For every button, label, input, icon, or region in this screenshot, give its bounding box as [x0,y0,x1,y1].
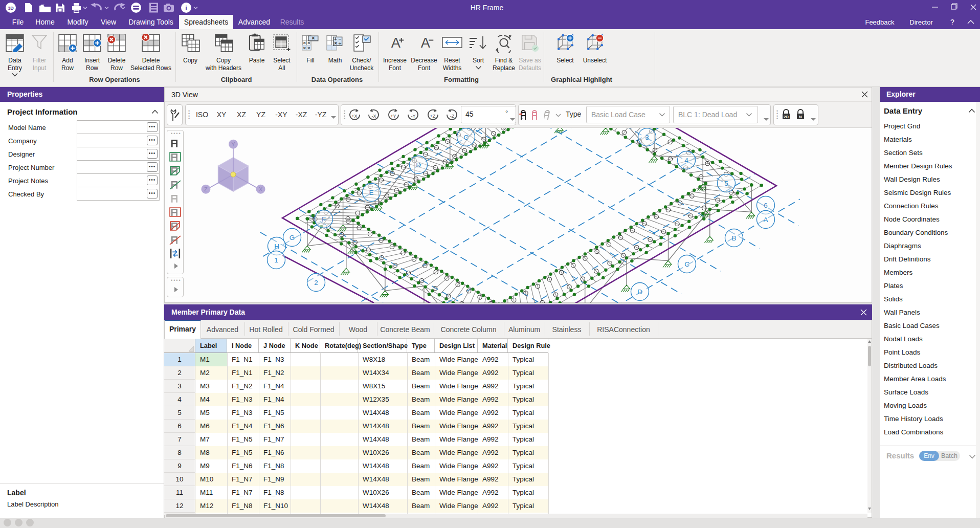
svg-text:G: G [289,234,295,241]
svg-text:C: C [684,260,689,268]
svg-text:×: × [303,45,306,51]
svg-text:5: 5 [724,180,728,187]
svg-text:N: N [799,115,802,119]
svg-text:6: 6 [764,202,768,209]
svg-text:×: × [311,35,315,41]
svg-text:× ÷: × ÷ [334,40,342,46]
svg-text:D: D [416,161,421,169]
svg-text:E: E [369,189,373,196]
svg-text:-X: -X [372,114,376,119]
svg-text:+Y: +Y [390,114,396,119]
svg-text:×: × [307,45,310,51]
svg-text:A: A [421,35,431,51]
svg-text:+X: +X [351,114,357,119]
svg-text:4: 4 [684,157,688,164]
svg-text:F: F [322,215,326,223]
svg-text:Z: Z [204,186,208,192]
svg-text:2: 2 [314,279,318,287]
svg-text:B: B [731,234,736,242]
svg-text:Y: Y [231,141,235,147]
svg-text:-Z: -Z [450,114,455,119]
svg-text:i: i [185,4,187,12]
svg-text:1: 1 [274,256,278,264]
svg-text:+Z: +Z [430,114,436,119]
svg-text:2D: 2D [784,115,789,119]
svg-text:A: A [763,216,768,224]
svg-text:3: 3 [645,134,649,141]
svg-text:D: D [637,288,642,296]
svg-text:C: C [463,134,469,141]
svg-text:H: H [274,243,279,250]
svg-text:X: X [259,186,263,192]
svg-text:-Y: -Y [411,114,416,119]
svg-text:A: A [391,35,401,51]
svg-text:3D: 3D [8,6,14,11]
